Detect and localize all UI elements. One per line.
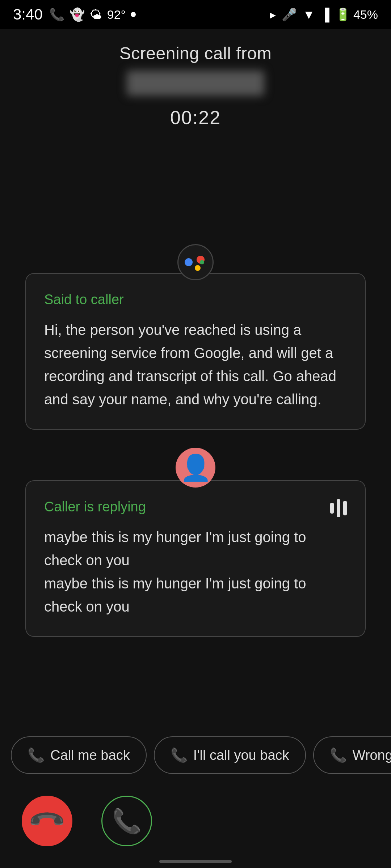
phone-screen-icon: 📞 (49, 7, 64, 22)
dot-yellow (195, 265, 201, 271)
wrong-number-button[interactable]: 📞 Wrong numb... (313, 736, 391, 774)
ill-call-back-label: I'll call you back (193, 748, 289, 763)
call-me-back-button[interactable]: 📞 Call me back (11, 736, 147, 774)
caller-card-text: maybe this is my hunger I'm just going t… (44, 526, 347, 618)
wrong-number-icon: 📞 (330, 747, 347, 763)
answer-button[interactable]: 📞 (101, 796, 152, 846)
battery-container: 🔋 45% (335, 7, 378, 22)
google-card-text: Hi, the person you've reached is using a… (44, 318, 347, 411)
audio-bar-1 (330, 503, 334, 514)
notification-dot (131, 12, 136, 17)
weather-icon: 🌤 (90, 8, 102, 22)
bluetooth-icon: ▸ (270, 7, 276, 22)
google-assistant-avatar (177, 244, 214, 280)
mic-mute-icon: 🎤 (282, 7, 297, 22)
google-card-label: Said to caller (44, 292, 347, 307)
screening-label: Screening call from (119, 43, 272, 63)
caller-card-label: Caller is replying (44, 499, 347, 515)
call-me-back-icon: 📞 (28, 747, 45, 763)
ill-call-back-icon: 📞 (171, 747, 188, 763)
wrong-number-label: Wrong numb... (353, 748, 391, 763)
ill-call-back-button[interactable]: 📞 I'll call you back (154, 736, 306, 774)
dot-green (200, 260, 204, 264)
status-time: 3:40 (13, 6, 43, 23)
caller-person-icon: 👤 (180, 453, 211, 482)
caller-avatar: 👤 (176, 448, 215, 488)
audio-bar-3 (343, 501, 347, 515)
caller-message-card: Caller is replying maybe this is my hung… (25, 480, 366, 637)
audio-bars (330, 499, 347, 517)
google-message-card: Said to caller Hi, the person you've rea… (25, 273, 366, 430)
snapchat-icon: 👻 (70, 7, 85, 22)
hangup-icon: 📞 (27, 801, 67, 841)
battery-icon: 🔋 (335, 7, 350, 22)
status-bar: 3:40 📞 👻 🌤 92° ▸ 🎤 ▼ ▐ 🔋 45% (0, 0, 391, 29)
hangup-button[interactable]: 📞 (22, 796, 72, 846)
home-indicator (159, 860, 232, 863)
audio-bar-2 (337, 499, 340, 517)
temperature: 92° (107, 8, 126, 22)
bottom-controls: 📞 📞 (0, 796, 391, 846)
wifi-icon: ▼ (303, 8, 315, 22)
answer-icon: 📞 (112, 807, 142, 835)
main-content: Screening call from 00:22 (0, 29, 391, 128)
caller-name-blurred (127, 71, 264, 96)
action-buttons: 📞 Call me back 📞 I'll call you back 📞 Wr… (0, 736, 391, 774)
transcript-area: Said to caller Hi, the person you've rea… (0, 244, 391, 637)
battery-percent: 45% (353, 8, 378, 22)
call-timer: 00:22 (170, 107, 221, 128)
dot-blue (185, 258, 193, 266)
call-me-back-label: Call me back (50, 748, 130, 763)
signal-icon: ▐ (321, 8, 329, 22)
